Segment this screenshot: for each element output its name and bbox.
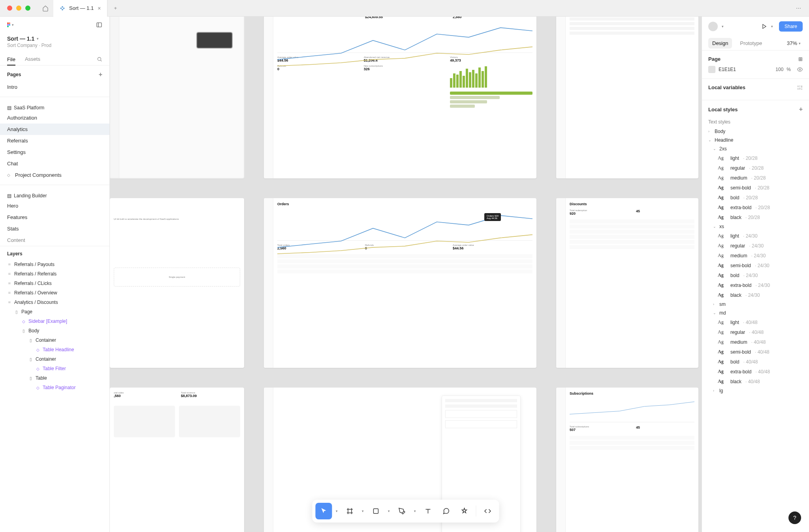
panel-toggle-button[interactable] xyxy=(96,22,102,28)
tab-file[interactable]: File xyxy=(7,56,15,66)
layer-row[interactable]: ⌗Analytics / Discounts xyxy=(0,298,109,307)
zoom-control[interactable]: 37%▾ xyxy=(787,40,803,46)
frame-dashboard-1[interactable] xyxy=(110,17,244,178)
close-tab-button[interactable]: × xyxy=(98,5,101,11)
page-color-hex[interactable]: E1E1E1 xyxy=(719,67,772,72)
text-style[interactable]: Aglight · 20/28 xyxy=(708,153,803,163)
text-style[interactable]: Agsemi-bold · 20/28 xyxy=(708,183,803,193)
tab-assets[interactable]: Assets xyxy=(25,56,40,62)
pen-tool[interactable] xyxy=(394,503,410,519)
chevron-down-icon[interactable]: ▾ xyxy=(37,37,41,41)
variables-icon[interactable]: ⊞ xyxy=(798,56,803,62)
page-group-landing[interactable]: ▤Landing Builder xyxy=(0,189,109,200)
dev-mode-toggle[interactable] xyxy=(480,503,496,519)
text-style[interactable]: Agblack · 40/48 xyxy=(708,377,803,386)
frame-tool-dropdown[interactable]: ▾ xyxy=(360,509,366,513)
maximize-window-button[interactable] xyxy=(25,6,30,11)
local-styles-label[interactable]: Local styles xyxy=(708,107,738,112)
page-opacity[interactable]: 100 xyxy=(775,67,783,72)
page-intro[interactable]: Intro xyxy=(0,81,109,93)
chevron-down-icon[interactable]: ▾ xyxy=(722,24,726,28)
text-style[interactable]: Aglight · 24/30 xyxy=(708,231,803,241)
frame-discounts[interactable]: Discounts Total redemption920 45 xyxy=(556,198,698,368)
frame-upload[interactable]: UI kit built to accelerate the developme… xyxy=(110,198,244,368)
new-tab-button[interactable]: + xyxy=(107,5,123,11)
add-style-button[interactable]: + xyxy=(799,106,803,113)
page-chat[interactable]: Chat xyxy=(0,158,109,169)
visibility-toggle[interactable] xyxy=(797,67,803,72)
layer-row[interactable]: ▯Container xyxy=(0,354,109,364)
shape-tool[interactable] xyxy=(368,503,384,519)
actions-tool[interactable] xyxy=(456,503,473,519)
page-settings[interactable]: Settings xyxy=(0,146,109,158)
text-style[interactable]: Agsemi-bold · 24/30 xyxy=(708,260,803,270)
text-style[interactable]: Aglight · 40/48 xyxy=(708,317,803,327)
style-group-body[interactable]: ›Body xyxy=(708,127,803,136)
settings-icon[interactable] xyxy=(797,85,803,90)
text-style[interactable]: Agbold · 40/48 xyxy=(708,357,803,367)
style-group-lg[interactable]: ›lg xyxy=(708,386,803,395)
minimize-window-button[interactable] xyxy=(16,6,21,11)
page-features[interactable]: Features xyxy=(0,212,109,223)
style-group-sm[interactable]: ›sm xyxy=(708,300,803,309)
text-style[interactable]: Agbold · 24/30 xyxy=(708,270,803,280)
frame-sales[interactable]: otal sales,560 Total revenue$8,873.09 xyxy=(110,388,244,532)
style-group-xs[interactable]: ⌄xs xyxy=(708,222,803,231)
text-tool[interactable] xyxy=(420,503,436,519)
page-color-swatch[interactable] xyxy=(708,66,715,73)
style-group-2xs[interactable]: ⌄2xs xyxy=(708,144,803,153)
frame-tool[interactable] xyxy=(342,503,358,519)
text-style[interactable]: Agregular · 40/48 xyxy=(708,327,803,337)
style-group-headline[interactable]: ⌄Headline xyxy=(708,136,803,144)
frame-subscriptions[interactable]: Subscriptions Total subscriptions507 45 xyxy=(556,388,698,532)
page-authorization[interactable]: Authorization xyxy=(0,112,109,124)
text-style[interactable]: Agextra-bold · 24/30 xyxy=(708,280,803,290)
layer-row[interactable]: ⌗Referrals / Payouts xyxy=(0,260,109,269)
chevron-down-icon[interactable]: ▾ xyxy=(771,24,775,28)
present-button[interactable] xyxy=(762,24,767,29)
shape-tool-dropdown[interactable]: ▾ xyxy=(386,509,392,513)
user-avatar[interactable] xyxy=(708,22,718,31)
layer-row[interactable]: ▯Body xyxy=(0,326,109,335)
search-button[interactable] xyxy=(97,56,102,62)
frame-products-list[interactable] xyxy=(556,17,698,178)
titlebar-menu[interactable]: ⋯ xyxy=(796,5,809,11)
help-button[interactable]: ? xyxy=(788,511,801,524)
comment-tool[interactable] xyxy=(438,503,455,519)
layer-row[interactable]: ◇Table Paginator xyxy=(0,383,109,392)
page-stats[interactable]: Stats xyxy=(0,223,109,234)
layer-row[interactable]: ⌗Referrals / Referrals xyxy=(0,269,109,279)
style-group-md[interactable]: ⌄md xyxy=(708,309,803,317)
text-style[interactable]: Agsemi-bold · 40/48 xyxy=(708,347,803,357)
text-style[interactable]: Agblack · 20/28 xyxy=(708,212,803,222)
layer-row[interactable]: ⌗Referrals / CLicks xyxy=(0,279,109,288)
document-tab[interactable]: Sort — 1.1 × xyxy=(53,0,107,17)
text-style[interactable]: Agmedium · 24/30 xyxy=(708,251,803,260)
page-referrals[interactable]: Referrals xyxy=(0,135,109,146)
text-style[interactable]: Agregular · 24/30 xyxy=(708,241,803,251)
canvas[interactable]: Orders Net revenue$24,609.55 Total order… xyxy=(110,17,702,532)
layer-row[interactable]: ⌗Referrals / Overview xyxy=(0,288,109,298)
layer-row[interactable]: ▯Container xyxy=(0,335,109,345)
text-style[interactable]: Agextra-bold · 40/48 xyxy=(708,367,803,377)
text-style[interactable]: Agmedium · 40/48 xyxy=(708,337,803,347)
text-style[interactable]: Agextra-bold · 20/28 xyxy=(708,202,803,212)
page-group-saas[interactable]: ▤SaaS Platform xyxy=(0,101,109,112)
close-window-button[interactable] xyxy=(7,6,12,11)
layer-row[interactable]: ▯Page xyxy=(0,307,109,317)
move-tool[interactable] xyxy=(316,503,332,519)
share-button[interactable]: Share xyxy=(779,21,803,32)
layer-row[interactable]: ◇Table Filter xyxy=(0,364,109,373)
page-project-components[interactable]: ◇Project Components xyxy=(0,169,109,181)
text-style[interactable]: Agmedium · 20/28 xyxy=(708,173,803,183)
tab-design[interactable]: Design xyxy=(708,38,732,49)
layer-row[interactable]: ◇Sidebar [Example] xyxy=(0,317,109,326)
pen-tool-dropdown[interactable]: ▾ xyxy=(412,509,418,513)
text-style[interactable]: Agregular · 20/28 xyxy=(708,163,803,173)
tab-prototype[interactable]: Prototype xyxy=(740,36,762,50)
local-variables-label[interactable]: Local variables xyxy=(708,84,745,90)
add-page-button[interactable]: + xyxy=(99,71,102,78)
page-content[interactable]: Content xyxy=(0,234,109,246)
text-style[interactable]: Agblack · 24/30 xyxy=(708,290,803,300)
layer-row[interactable]: ◇Table Headline xyxy=(0,345,109,354)
